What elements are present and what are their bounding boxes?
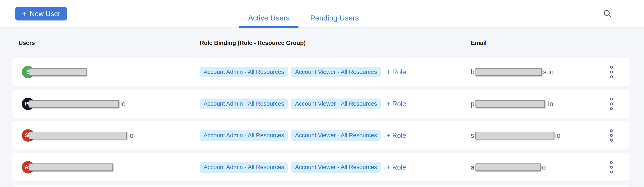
role-badge[interactable]: Account Admin - All Resources xyxy=(200,162,288,172)
user-cell: PP io xyxy=(22,90,126,118)
role-binding-cell: Account Admin - All Resources Account Vi… xyxy=(200,122,406,150)
email-visible-prefix: p xyxy=(471,100,474,108)
table-row: B Account Admin - All Resources Account … xyxy=(12,58,629,86)
email-redaction-box xyxy=(476,68,542,76)
row-menu-kebab-icon[interactable] xyxy=(608,96,615,112)
tab-pending-users[interactable]: Pending Users xyxy=(302,14,368,28)
email-cell: p .io xyxy=(471,90,553,118)
email-visible-suffix: io xyxy=(555,132,560,140)
email-cell: s io xyxy=(471,122,560,150)
name-redaction-box xyxy=(29,164,113,171)
email-visible-suffix: o xyxy=(542,164,546,171)
user-cell: AS xyxy=(22,153,114,181)
role-badge[interactable]: Account Viewer - All Resources xyxy=(291,162,381,172)
email-redaction-box xyxy=(476,164,541,171)
search-icon xyxy=(602,9,612,18)
table-row: SP io Account Admin - All Resources Acco… xyxy=(12,122,629,150)
email-cell: b s.io xyxy=(471,58,554,86)
row-menu-kebab-icon[interactable] xyxy=(608,64,615,80)
search-button[interactable] xyxy=(601,8,614,20)
table-row: AS Account Admin - All Resources Account… xyxy=(12,153,629,181)
table-header-row: Users Role Binding (Role - Resource Grou… xyxy=(0,40,644,47)
tab-bar: Active Users Pending Users xyxy=(239,14,368,28)
name-redaction-box xyxy=(29,100,119,108)
user-cell: B xyxy=(22,58,88,86)
row-menu-kebab-icon[interactable] xyxy=(608,159,615,176)
tab-active-users[interactable]: Active Users xyxy=(239,14,298,28)
new-user-button-label: New User xyxy=(30,10,60,18)
role-badge[interactable]: Account Admin - All Resources xyxy=(200,98,288,109)
role-badge[interactable]: Account Viewer - All Resources xyxy=(291,67,381,77)
email-redaction-box xyxy=(476,100,545,108)
email-visible-prefix: a xyxy=(471,164,474,171)
role-badge[interactable]: Account Admin - All Resources xyxy=(200,67,288,77)
new-user-button[interactable]: + New User xyxy=(15,7,67,20)
email-visible-prefix: b xyxy=(471,68,474,76)
role-badge[interactable]: Account Admin - All Resources xyxy=(200,130,288,141)
add-role-link[interactable]: + Role xyxy=(386,164,406,171)
role-binding-cell: Account Admin - All Resources Account Vi… xyxy=(200,153,406,181)
column-header-email: Email xyxy=(471,40,486,46)
email-cell: a o xyxy=(471,153,546,181)
role-badge[interactable]: Account Viewer - All Resources xyxy=(291,98,381,109)
name-visible-text: io xyxy=(120,100,126,108)
role-binding-cell: Account Admin - All Resources Account Vi… xyxy=(200,90,406,118)
table-row: PP io Account Admin - All Resources Acco… xyxy=(12,90,629,118)
email-visible-suffix: s.io xyxy=(543,68,554,76)
column-header-role-binding: Role Binding (Role - Resource Group) xyxy=(200,40,306,46)
add-role-link[interactable]: + Role xyxy=(386,68,406,76)
email-visible-prefix: s xyxy=(471,132,474,140)
row-menu-kebab-icon[interactable] xyxy=(608,127,615,144)
role-binding-cell: Account Admin - All Resources Account Vi… xyxy=(200,58,406,86)
table-row-partial xyxy=(12,185,629,187)
email-visible-suffix: .io xyxy=(546,100,553,108)
add-role-link[interactable]: + Role xyxy=(386,100,406,108)
top-bar: + New User Active Users Pending Users xyxy=(0,0,644,28)
email-redaction-box xyxy=(475,132,554,139)
column-header-users: Users xyxy=(18,40,35,46)
name-redaction-box xyxy=(29,68,86,76)
name-redaction-box xyxy=(29,132,127,139)
add-role-link[interactable]: + Role xyxy=(386,132,406,140)
name-visible-text: io xyxy=(128,132,134,140)
role-badge[interactable]: Account Viewer - All Resources xyxy=(291,130,381,141)
plus-icon: + xyxy=(22,10,26,18)
user-cell: SP io xyxy=(22,122,134,150)
